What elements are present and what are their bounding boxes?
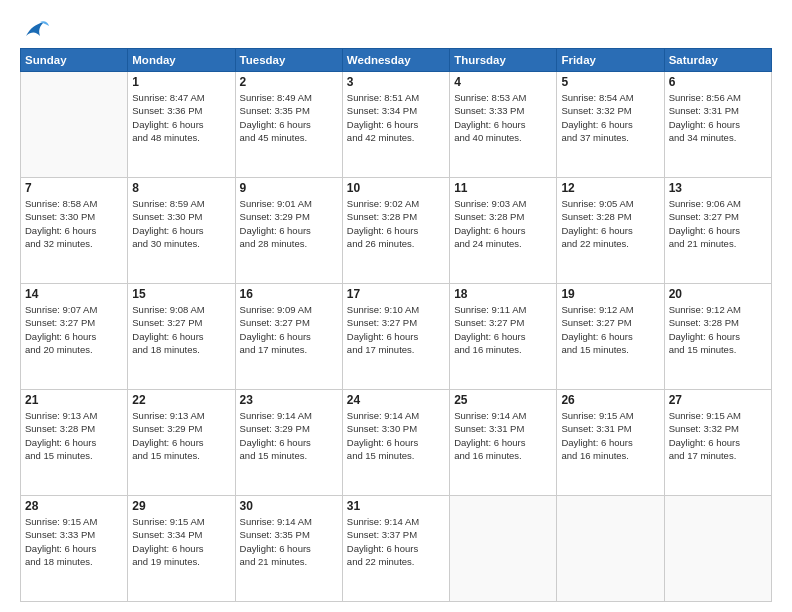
- cell-info-text: Sunrise: 9:07 AM Sunset: 3:27 PM Dayligh…: [25, 303, 123, 356]
- calendar-cell: 5Sunrise: 8:54 AM Sunset: 3:32 PM Daylig…: [557, 72, 664, 178]
- cell-info-text: Sunrise: 9:14 AM Sunset: 3:30 PM Dayligh…: [347, 409, 445, 462]
- cell-info-text: Sunrise: 8:53 AM Sunset: 3:33 PM Dayligh…: [454, 91, 552, 144]
- calendar-cell: 1Sunrise: 8:47 AM Sunset: 3:36 PM Daylig…: [128, 72, 235, 178]
- calendar-cell: 25Sunrise: 9:14 AM Sunset: 3:31 PM Dayli…: [450, 390, 557, 496]
- cell-info-text: Sunrise: 9:01 AM Sunset: 3:29 PM Dayligh…: [240, 197, 338, 250]
- calendar-cell: 7Sunrise: 8:58 AM Sunset: 3:30 PM Daylig…: [21, 178, 128, 284]
- cell-date-number: 8: [132, 181, 230, 195]
- cell-date-number: 16: [240, 287, 338, 301]
- cell-info-text: Sunrise: 8:56 AM Sunset: 3:31 PM Dayligh…: [669, 91, 767, 144]
- cell-date-number: 17: [347, 287, 445, 301]
- cell-date-number: 22: [132, 393, 230, 407]
- cell-info-text: Sunrise: 9:13 AM Sunset: 3:29 PM Dayligh…: [132, 409, 230, 462]
- header-day: Wednesday: [342, 49, 449, 72]
- calendar-week-row: 1Sunrise: 8:47 AM Sunset: 3:36 PM Daylig…: [21, 72, 772, 178]
- cell-info-text: Sunrise: 9:15 AM Sunset: 3:31 PM Dayligh…: [561, 409, 659, 462]
- cell-info-text: Sunrise: 8:47 AM Sunset: 3:36 PM Dayligh…: [132, 91, 230, 144]
- calendar-cell: 15Sunrise: 9:08 AM Sunset: 3:27 PM Dayli…: [128, 284, 235, 390]
- cell-date-number: 2: [240, 75, 338, 89]
- cell-date-number: 24: [347, 393, 445, 407]
- page: SundayMondayTuesdayWednesdayThursdayFrid…: [0, 0, 792, 612]
- cell-info-text: Sunrise: 9:12 AM Sunset: 3:28 PM Dayligh…: [669, 303, 767, 356]
- cell-date-number: 11: [454, 181, 552, 195]
- cell-info-text: Sunrise: 8:49 AM Sunset: 3:35 PM Dayligh…: [240, 91, 338, 144]
- cell-info-text: Sunrise: 9:02 AM Sunset: 3:28 PM Dayligh…: [347, 197, 445, 250]
- calendar-cell: 16Sunrise: 9:09 AM Sunset: 3:27 PM Dayli…: [235, 284, 342, 390]
- calendar-cell: 3Sunrise: 8:51 AM Sunset: 3:34 PM Daylig…: [342, 72, 449, 178]
- cell-date-number: 30: [240, 499, 338, 513]
- cell-info-text: Sunrise: 8:51 AM Sunset: 3:34 PM Dayligh…: [347, 91, 445, 144]
- cell-date-number: 27: [669, 393, 767, 407]
- calendar-cell: 12Sunrise: 9:05 AM Sunset: 3:28 PM Dayli…: [557, 178, 664, 284]
- cell-date-number: 7: [25, 181, 123, 195]
- cell-date-number: 29: [132, 499, 230, 513]
- calendar-cell: 20Sunrise: 9:12 AM Sunset: 3:28 PM Dayli…: [664, 284, 771, 390]
- header-day: Monday: [128, 49, 235, 72]
- cell-info-text: Sunrise: 8:54 AM Sunset: 3:32 PM Dayligh…: [561, 91, 659, 144]
- cell-date-number: 9: [240, 181, 338, 195]
- cell-info-text: Sunrise: 9:08 AM Sunset: 3:27 PM Dayligh…: [132, 303, 230, 356]
- cell-date-number: 26: [561, 393, 659, 407]
- header-row: SundayMondayTuesdayWednesdayThursdayFrid…: [21, 49, 772, 72]
- calendar-week-row: 28Sunrise: 9:15 AM Sunset: 3:33 PM Dayli…: [21, 496, 772, 602]
- cell-date-number: 23: [240, 393, 338, 407]
- calendar-body: 1Sunrise: 8:47 AM Sunset: 3:36 PM Daylig…: [21, 72, 772, 602]
- cell-info-text: Sunrise: 9:14 AM Sunset: 3:35 PM Dayligh…: [240, 515, 338, 568]
- logo-bird-icon: [22, 18, 50, 40]
- header-day: Friday: [557, 49, 664, 72]
- cell-date-number: 4: [454, 75, 552, 89]
- calendar-week-row: 21Sunrise: 9:13 AM Sunset: 3:28 PM Dayli…: [21, 390, 772, 496]
- calendar-cell: 29Sunrise: 9:15 AM Sunset: 3:34 PM Dayli…: [128, 496, 235, 602]
- cell-info-text: Sunrise: 9:14 AM Sunset: 3:31 PM Dayligh…: [454, 409, 552, 462]
- calendar-cell: 30Sunrise: 9:14 AM Sunset: 3:35 PM Dayli…: [235, 496, 342, 602]
- cell-info-text: Sunrise: 9:13 AM Sunset: 3:28 PM Dayligh…: [25, 409, 123, 462]
- cell-info-text: Sunrise: 9:11 AM Sunset: 3:27 PM Dayligh…: [454, 303, 552, 356]
- cell-info-text: Sunrise: 9:09 AM Sunset: 3:27 PM Dayligh…: [240, 303, 338, 356]
- logo: [20, 18, 50, 40]
- cell-info-text: Sunrise: 9:12 AM Sunset: 3:27 PM Dayligh…: [561, 303, 659, 356]
- cell-info-text: Sunrise: 9:14 AM Sunset: 3:37 PM Dayligh…: [347, 515, 445, 568]
- header: [20, 18, 772, 40]
- calendar-cell: 9Sunrise: 9:01 AM Sunset: 3:29 PM Daylig…: [235, 178, 342, 284]
- calendar-cell: [664, 496, 771, 602]
- cell-date-number: 25: [454, 393, 552, 407]
- cell-info-text: Sunrise: 9:06 AM Sunset: 3:27 PM Dayligh…: [669, 197, 767, 250]
- cell-date-number: 19: [561, 287, 659, 301]
- header-day: Sunday: [21, 49, 128, 72]
- cell-date-number: 28: [25, 499, 123, 513]
- cell-info-text: Sunrise: 9:10 AM Sunset: 3:27 PM Dayligh…: [347, 303, 445, 356]
- cell-date-number: 5: [561, 75, 659, 89]
- cell-info-text: Sunrise: 8:58 AM Sunset: 3:30 PM Dayligh…: [25, 197, 123, 250]
- calendar-cell: 24Sunrise: 9:14 AM Sunset: 3:30 PM Dayli…: [342, 390, 449, 496]
- calendar-cell: 6Sunrise: 8:56 AM Sunset: 3:31 PM Daylig…: [664, 72, 771, 178]
- cell-info-text: Sunrise: 9:15 AM Sunset: 3:32 PM Dayligh…: [669, 409, 767, 462]
- calendar-header: SundayMondayTuesdayWednesdayThursdayFrid…: [21, 49, 772, 72]
- calendar-week-row: 14Sunrise: 9:07 AM Sunset: 3:27 PM Dayli…: [21, 284, 772, 390]
- calendar-week-row: 7Sunrise: 8:58 AM Sunset: 3:30 PM Daylig…: [21, 178, 772, 284]
- calendar-cell: 4Sunrise: 8:53 AM Sunset: 3:33 PM Daylig…: [450, 72, 557, 178]
- calendar-cell: 23Sunrise: 9:14 AM Sunset: 3:29 PM Dayli…: [235, 390, 342, 496]
- cell-info-text: Sunrise: 9:03 AM Sunset: 3:28 PM Dayligh…: [454, 197, 552, 250]
- calendar-cell: 2Sunrise: 8:49 AM Sunset: 3:35 PM Daylig…: [235, 72, 342, 178]
- calendar-cell: 27Sunrise: 9:15 AM Sunset: 3:32 PM Dayli…: [664, 390, 771, 496]
- cell-info-text: Sunrise: 8:59 AM Sunset: 3:30 PM Dayligh…: [132, 197, 230, 250]
- cell-date-number: 10: [347, 181, 445, 195]
- cell-date-number: 12: [561, 181, 659, 195]
- calendar-cell: 19Sunrise: 9:12 AM Sunset: 3:27 PM Dayli…: [557, 284, 664, 390]
- cell-info-text: Sunrise: 9:05 AM Sunset: 3:28 PM Dayligh…: [561, 197, 659, 250]
- calendar-cell: [450, 496, 557, 602]
- cell-date-number: 14: [25, 287, 123, 301]
- cell-info-text: Sunrise: 9:14 AM Sunset: 3:29 PM Dayligh…: [240, 409, 338, 462]
- calendar-cell: 31Sunrise: 9:14 AM Sunset: 3:37 PM Dayli…: [342, 496, 449, 602]
- header-day: Tuesday: [235, 49, 342, 72]
- calendar-cell: 11Sunrise: 9:03 AM Sunset: 3:28 PM Dayli…: [450, 178, 557, 284]
- header-day: Saturday: [664, 49, 771, 72]
- calendar-table: SundayMondayTuesdayWednesdayThursdayFrid…: [20, 48, 772, 602]
- calendar-cell: 22Sunrise: 9:13 AM Sunset: 3:29 PM Dayli…: [128, 390, 235, 496]
- cell-date-number: 20: [669, 287, 767, 301]
- calendar-cell: 26Sunrise: 9:15 AM Sunset: 3:31 PM Dayli…: [557, 390, 664, 496]
- cell-date-number: 21: [25, 393, 123, 407]
- calendar-cell: [557, 496, 664, 602]
- calendar-cell: 17Sunrise: 9:10 AM Sunset: 3:27 PM Dayli…: [342, 284, 449, 390]
- calendar-cell: 21Sunrise: 9:13 AM Sunset: 3:28 PM Dayli…: [21, 390, 128, 496]
